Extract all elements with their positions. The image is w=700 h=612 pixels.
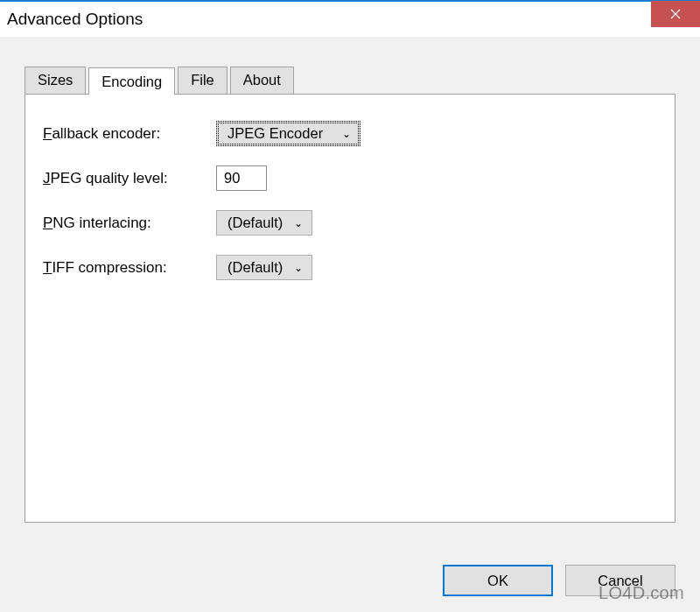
- close-button[interactable]: [651, 1, 700, 27]
- fallback-encoder-value: JPEG Encoder: [228, 125, 323, 142]
- tab-about[interactable]: About: [230, 67, 294, 94]
- png-interlacing-value: (Default): [228, 215, 283, 231]
- window-title: Advanced Options: [7, 10, 143, 29]
- tiff-compression-combo[interactable]: (Default) ⌄: [216, 255, 312, 280]
- tiff-compression-label: TIFF compression:: [43, 259, 216, 277]
- ok-button[interactable]: OK: [443, 565, 553, 596]
- row-fallback-encoder: Fallback encoder: JPEG Encoder ⌄: [43, 121, 657, 146]
- row-png-interlacing: PNG interlacing: (Default) ⌄: [43, 210, 657, 236]
- fallback-encoder-combo[interactable]: JPEG Encoder ⌄: [216, 121, 360, 146]
- tab-sizes[interactable]: Sizes: [24, 67, 86, 94]
- chevron-down-icon: ⌄: [294, 262, 303, 274]
- client-area: Sizes Encoding File About Fallback encod…: [0, 37, 700, 612]
- tab-container: Sizes Encoding File About Fallback encod…: [24, 67, 676, 523]
- chevron-down-icon: ⌄: [294, 217, 303, 229]
- tab-encoding[interactable]: Encoding: [88, 67, 175, 95]
- jpeg-quality-label: JPEG quality level:: [43, 170, 216, 187]
- png-interlacing-label: PNG interlacing:: [43, 215, 216, 232]
- tab-strip: Sizes Encoding File About: [24, 67, 676, 94]
- close-icon: [670, 9, 681, 19]
- row-tiff-compression: TIFF compression: (Default) ⌄: [43, 255, 657, 280]
- tiff-compression-value: (Default): [228, 259, 283, 276]
- row-jpeg-quality: JPEG quality level:: [43, 165, 657, 191]
- tab-panel-encoding: Fallback encoder: JPEG Encoder ⌄ JPEG qu…: [24, 94, 676, 523]
- fallback-encoder-label: Fallback encoder:: [43, 125, 216, 143]
- tab-file[interactable]: File: [178, 67, 228, 94]
- dialog-button-row: OK Cancel: [443, 565, 676, 596]
- jpeg-quality-input[interactable]: [216, 165, 267, 191]
- cancel-button[interactable]: Cancel: [565, 565, 676, 596]
- chevron-down-icon: ⌄: [342, 128, 351, 140]
- title-bar: Advanced Options: [0, 0, 700, 37]
- png-interlacing-combo[interactable]: (Default) ⌄: [216, 210, 312, 236]
